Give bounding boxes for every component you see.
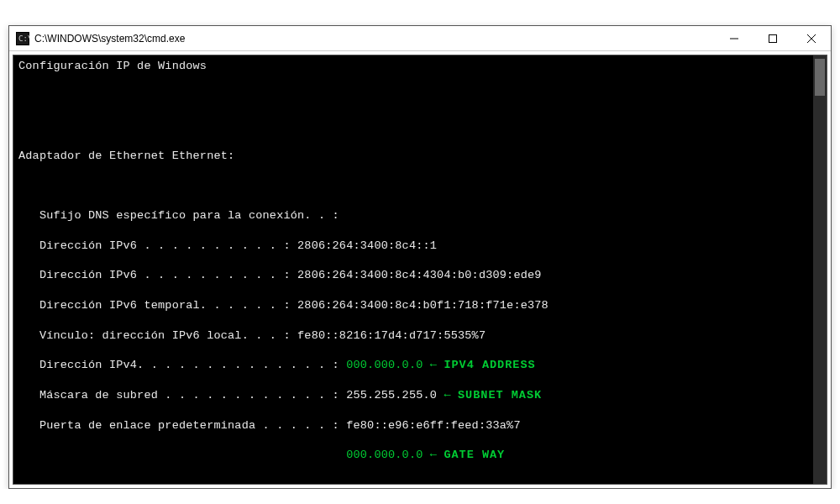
ipv6-value-2: 2806:264:3400:8c4:4304:b0:d309:ede9 bbox=[297, 269, 542, 281]
window-controls bbox=[715, 26, 831, 50]
ipv6-line-1: Dirección IPv6 . . . . . . . . . . : 280… bbox=[18, 239, 822, 254]
window-title: C:\WINDOWS\system32\cmd.exe bbox=[34, 33, 715, 45]
gateway-value-ipv6: fe80::e96:e6ff:feed:33a%7 bbox=[346, 419, 521, 432]
gateway-annotation: GATE WAY bbox=[444, 449, 505, 461]
ipv4-value: 000.000.0.0 bbox=[346, 359, 423, 371]
cmd-icon: C:\ bbox=[16, 32, 29, 45]
scrollbar-thumb[interactable] bbox=[815, 59, 825, 96]
console-area: Configuración IP de Windows Adaptador de… bbox=[13, 55, 827, 485]
ipv4-line: Dirección IPv4. . . . . . . . . . . . . … bbox=[18, 358, 822, 373]
ipv6-line-2: Dirección IPv6 . . . . . . . . . . : 280… bbox=[18, 268, 822, 283]
maximize-button[interactable] bbox=[753, 26, 792, 50]
arrow-icon: ← bbox=[423, 449, 444, 461]
arrow-icon: ← bbox=[423, 359, 444, 371]
subnet-value: 255.255.255.0 bbox=[346, 389, 437, 402]
ipv6-link-value: fe80::8216:17d4:d717:5535%7 bbox=[297, 329, 486, 342]
svg-rect-4 bbox=[769, 34, 777, 42]
ipv6-temp-value: 2806:264:3400:8c4:b0f1:718:f71e:e378 bbox=[297, 299, 549, 312]
vertical-scrollbar[interactable] bbox=[813, 55, 827, 484]
cmd-window: C:\ C:\WINDOWS\system32\cmd.exe Configur… bbox=[8, 25, 832, 489]
ipv6-temp-line: Dirección IPv6 temporal. . . . . . : 280… bbox=[18, 298, 822, 313]
subnet-annotation: SUBNET MASK bbox=[458, 389, 542, 402]
gateway-line-2: 000.000.0.0 ← GATE WAY bbox=[18, 448, 822, 463]
svg-text:C:\: C:\ bbox=[18, 34, 29, 43]
console-output[interactable]: Configuración IP de Windows Adaptador de… bbox=[13, 55, 827, 484]
ipv6-link-line: Vínculo: dirección IPv6 local. . . : fe8… bbox=[18, 328, 822, 344]
gateway-line: Puerta de enlace predeterminada . . . . … bbox=[18, 418, 822, 433]
gateway-value-ipv4: 000.000.0.0 bbox=[346, 449, 423, 461]
subnet-line: Máscara de subred . . . . . . . . . . . … bbox=[18, 388, 822, 403]
dns-suffix-line: Sufijo DNS específico para la conexión. … bbox=[18, 208, 822, 223]
ipconfig-heading: Configuración IP de Windows bbox=[18, 59, 822, 74]
minimize-button[interactable] bbox=[715, 26, 753, 50]
close-button[interactable] bbox=[792, 26, 831, 50]
adapter-ethernet-title: Adaptador de Ethernet Ethernet: bbox=[18, 149, 822, 164]
ipv4-annotation: IPV4 ADDRESS bbox=[444, 359, 535, 371]
ipv6-value-1: 2806:264:3400:8c4::1 bbox=[297, 239, 437, 252]
titlebar[interactable]: C:\ C:\WINDOWS\system32\cmd.exe bbox=[9, 26, 831, 51]
arrow-icon: ← bbox=[437, 389, 458, 402]
